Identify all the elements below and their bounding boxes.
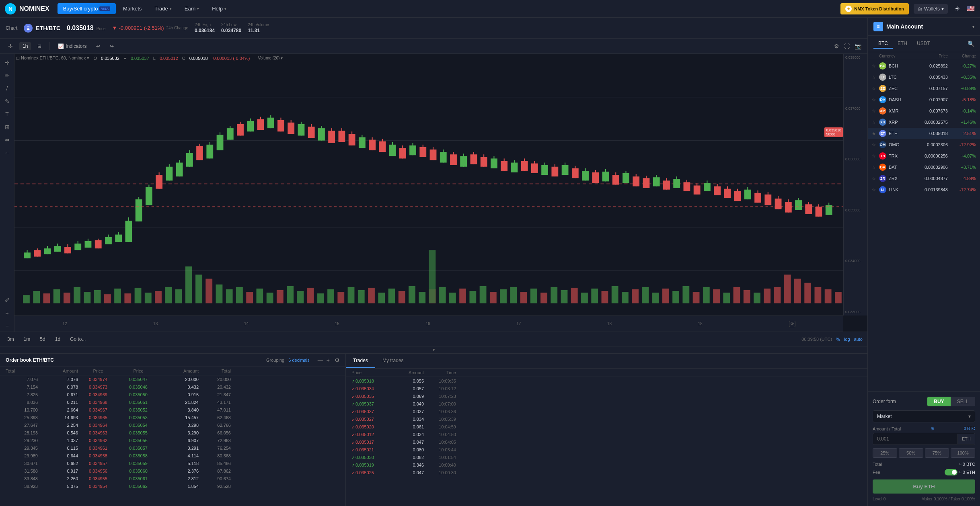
pattern-tool[interactable]: ⊞ (2, 121, 13, 133)
currency-row[interactable]: ☆ OM OMG 0.0002306 -12.92% (868, 139, 980, 150)
amount-input[interactable] (873, 433, 957, 445)
svg-rect-194 (551, 167, 558, 176)
fee-toggle-switch[interactable] (945, 469, 957, 475)
undo-button[interactable]: ↩ (93, 42, 103, 50)
screenshot-icon[interactable]: 📷 (853, 42, 863, 51)
svg-rect-31 (267, 293, 273, 303)
trade-row: ↙0.035020 0.061 10:04:59 (346, 423, 867, 430)
redo-button[interactable]: ↪ (107, 42, 117, 50)
orderbook-row[interactable]: 7.076 7.076 0.034974 0.035047 20.000 20.… (0, 375, 345, 383)
crosshair-tool[interactable]: ✛ (5, 41, 16, 52)
col-change[interactable]: Change (948, 54, 976, 58)
buy-sell-button[interactable]: Buy/Sell crypto VISA (58, 3, 116, 14)
indicators-button[interactable]: 📈 Indicators (55, 42, 90, 50)
pct-25-button[interactable]: 25% (873, 448, 897, 458)
orderbook-row[interactable]: 30.671 0.682 0.034957 0.035059 5.118 85.… (0, 459, 345, 467)
currency-row[interactable]: ☆ BC BCH 0.025892 +0.27% (868, 60, 980, 72)
nav-help[interactable]: Help ▾ (206, 3, 232, 14)
draw-tool[interactable]: ✎ (2, 96, 13, 107)
tab-trades[interactable]: Trades (346, 354, 375, 368)
account-header[interactable]: ≡ Main Account ▾ (868, 18, 980, 36)
pencil-tool[interactable]: ✏ (2, 70, 13, 81)
submit-buy-button[interactable]: Buy ETH (873, 479, 975, 494)
orderbook-row[interactable]: 38.923 5.075 0.034954 0.035062 1.854 92.… (0, 482, 345, 490)
col-currency[interactable]: Currency (879, 54, 908, 58)
back-tool[interactable]: ← (2, 147, 13, 158)
ob-settings-button[interactable]: ⚙ (335, 357, 340, 363)
nav-earn[interactable]: Earn ▾ (179, 3, 205, 14)
tab-btc[interactable]: BTC (873, 39, 893, 49)
copy-icon[interactable]: ⊞ (931, 426, 934, 431)
goto-button[interactable]: Go to... (68, 335, 88, 343)
grouping-value[interactable]: 6 decimals (288, 358, 310, 363)
chart-reset-btn[interactable]: ⟳ (789, 321, 795, 327)
pct-75-button[interactable]: 75% (925, 448, 949, 458)
svg-rect-126 (206, 145, 213, 159)
currency-row[interactable]: ★ ET ETH 0.035018 -2.51% (868, 128, 980, 139)
nav-trade[interactable]: Trade ▾ (149, 3, 177, 14)
settings-icon[interactable]: ⚙ (833, 42, 840, 51)
y-label-6: 0.033000 (845, 310, 866, 314)
1d-button[interactable]: 1d (53, 335, 63, 343)
log-button[interactable]: log (844, 337, 850, 342)
orderbook-row[interactable]: 27.647 2.254 0.034964 0.035054 0.298 62.… (0, 421, 345, 429)
1m-button[interactable]: 1m (21, 335, 33, 343)
line-tool[interactable]: / (2, 83, 13, 94)
nav-markets[interactable]: Markets (117, 3, 147, 14)
text-tool[interactable]: T (2, 109, 13, 120)
orderbook-row[interactable]: 8.036 0.211 0.034968 0.035051 21.824 43.… (0, 398, 345, 406)
timeframe-1h[interactable]: 1h (19, 42, 31, 50)
orderbook-row[interactable]: 10.700 2.664 0.034967 0.035052 3.840 47.… (0, 406, 345, 414)
orderbook-row[interactable]: 31.588 0.917 0.034956 0.035060 2.376 87.… (0, 467, 345, 475)
3m-button[interactable]: 3m (5, 335, 16, 343)
wallets-button[interactable]: 🗂 Wallets ▾ (914, 4, 948, 14)
currency-row[interactable]: ☆ TR TRX 0.00000256 +4.07% (868, 150, 980, 162)
chart-header: Chart Ξ ETH/BTC 0.035018 Price ▼ -0.0009… (0, 18, 867, 39)
orderbook-row[interactable]: 7.825 0.671 0.034969 0.035050 0.915 21.3… (0, 391, 345, 398)
orderbook-row[interactable]: 29.345 0.115 0.034961 0.035057 3.291 76.… (0, 444, 345, 452)
pct-50-button[interactable]: 50% (899, 448, 923, 458)
zoom-out-tool[interactable]: − (2, 320, 13, 332)
tab-usdt[interactable]: USDT (912, 39, 935, 49)
orderbook-row[interactable]: 29.989 0.644 0.034958 0.035058 4.114 80.… (0, 452, 345, 459)
chart-expand-button[interactable]: ▼ (0, 346, 867, 353)
orderbook-row[interactable]: 25.393 14.693 0.034965 0.035053 15.457 6… (0, 414, 345, 421)
fullscreen-icon[interactable]: ⛶ (843, 42, 851, 51)
orderbook-row[interactable]: 29.230 1.037 0.034962 0.035056 6.907 72.… (0, 436, 345, 444)
currency-row[interactable]: ☆ LI LINK 0.00139848 -12.74% (868, 184, 980, 195)
measure-tool[interactable]: ⇔ (2, 134, 13, 145)
logo[interactable]: N NOMINEX (5, 3, 49, 14)
5d-button[interactable]: 5d (37, 335, 47, 343)
bar-type-selector[interactable]: ⊟ (34, 42, 45, 50)
sell-button[interactable]: SELL (951, 397, 975, 406)
col-price[interactable]: Price (908, 54, 948, 58)
currency-search-button[interactable]: 🔍 (968, 41, 974, 47)
buy-button[interactable]: BUY (927, 397, 950, 406)
currency-row[interactable]: ☆ ZE ZEC 0.007157 +0.89% (868, 83, 980, 94)
orderbook-row[interactable]: 33.848 2.260 0.034955 0.035061 2.812 90.… (0, 475, 345, 482)
cursor-tool[interactable]: ✛ (2, 57, 13, 68)
pct-button[interactable]: % (836, 337, 840, 342)
ob-plus-button[interactable]: + (326, 357, 331, 363)
order-type-selector[interactable]: Market ▾ (873, 410, 975, 422)
auto-button[interactable]: auto (854, 337, 863, 342)
nmx-distribution-button[interactable]: ★ NMX Token Distribution (840, 3, 909, 14)
orderbook-row[interactable]: 7.154 0.078 0.034973 0.035048 0.432 20.4… (0, 383, 345, 391)
currency-row[interactable]: ☆ LT LTC 0.005433 +0.35% (868, 72, 980, 83)
theme-toggle-button[interactable]: ☀ (953, 4, 962, 13)
ob-minus-button[interactable]: — (317, 357, 324, 363)
annotate-tool[interactable]: ✐ (2, 295, 13, 306)
currency-row[interactable]: ☆ ZR ZRX 0.00004877 -4.89% (868, 173, 980, 184)
orderbook-row[interactable]: 28.193 0.546 0.034963 0.035055 3.290 66.… (0, 429, 345, 436)
currency-row[interactable]: ☆ XM XMR 0.007673 +0.14% (868, 105, 980, 117)
pct-100-button[interactable]: 100% (951, 448, 975, 458)
tab-my-trades[interactable]: My trades (375, 354, 411, 368)
currency-row[interactable]: ☆ XR XRP 0.00002575 +1.46% (868, 117, 980, 128)
currency-row[interactable]: ☆ DA DASH 0.007907 -5.18% (868, 94, 980, 105)
tab-eth[interactable]: ETH (893, 39, 912, 49)
svg-rect-188 (521, 161, 528, 171)
language-selector[interactable]: 🇺🇸 (966, 4, 975, 13)
zoom-in-tool[interactable]: + (2, 307, 13, 319)
pair-name[interactable]: ETH/BTC (36, 25, 60, 31)
currency-row[interactable]: ☆ BA BAT 0.00002906 +3.71% (868, 162, 980, 173)
